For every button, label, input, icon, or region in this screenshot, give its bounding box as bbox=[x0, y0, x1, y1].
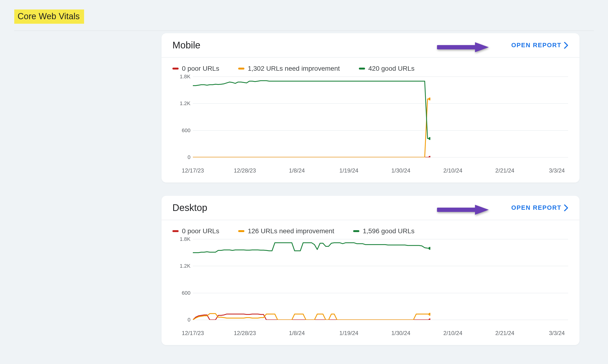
svg-point-8 bbox=[429, 313, 430, 316]
chart-legend: 0 poor URLs 1,302 URLs need improvement … bbox=[162, 58, 580, 74]
svg-point-9 bbox=[429, 247, 430, 250]
x-tick-label: 12/17/23 bbox=[182, 167, 204, 174]
y-tick-label: 600 bbox=[172, 290, 190, 296]
legend-item-poor[interactable]: 0 poor URLs bbox=[172, 227, 219, 235]
y-axis: 06001.2K1.8K bbox=[172, 77, 192, 162]
y-tick-label: 1.8K bbox=[172, 236, 190, 242]
x-tick-label: 12/17/23 bbox=[182, 330, 204, 337]
chart-legend: 0 poor URLs 126 URLs need improvement 1,… bbox=[162, 220, 580, 237]
legend-item-poor[interactable]: 0 poor URLs bbox=[172, 65, 219, 72]
x-tick-label: 2/10/24 bbox=[443, 330, 462, 337]
legend-label-good: 1,596 good URLs bbox=[363, 227, 414, 235]
legend-label-need: 1,302 URLs need improvement bbox=[248, 65, 340, 72]
x-tick-label: 2/21/24 bbox=[495, 167, 514, 174]
page-root: Core Web Vitals Mobile OPEN REPORT bbox=[0, 0, 608, 364]
x-tick-label: 1/30/24 bbox=[392, 330, 410, 337]
chevron-right-icon bbox=[564, 205, 568, 211]
y-tick-label: 1.2K bbox=[172, 263, 190, 269]
chart-series bbox=[193, 239, 430, 320]
open-report-label: OPEN REPORT bbox=[511, 204, 561, 211]
svg-point-2 bbox=[429, 156, 430, 157]
x-tick-label: 12/28/23 bbox=[234, 330, 256, 337]
legend-swatch-poor bbox=[172, 68, 179, 69]
x-tick-label: 2/21/24 bbox=[495, 330, 514, 337]
x-tick-label: 3/3/24 bbox=[549, 167, 565, 174]
chevron-right-icon bbox=[564, 42, 568, 49]
x-axis: 12/17/2312/28/231/8/241/19/241/30/242/10… bbox=[193, 164, 568, 174]
y-tick-label: 1.8K bbox=[172, 74, 190, 80]
legend-label-poor: 0 poor URLs bbox=[182, 65, 219, 72]
legend-item-good[interactable]: 1,596 good URLs bbox=[353, 227, 414, 235]
y-axis: 06001.2K1.8K bbox=[172, 239, 192, 325]
card-header: Desktop OPEN REPORT bbox=[162, 196, 580, 220]
chart-desktop: 06001.2K1.8K 12/17/2312/28/231/8/241/19/… bbox=[176, 239, 571, 337]
legend-swatch-need bbox=[238, 68, 244, 69]
y-tick-label: 600 bbox=[172, 127, 190, 134]
svg-point-4 bbox=[429, 137, 430, 140]
svg-point-3 bbox=[429, 98, 430, 100]
card-mobile: Mobile OPEN REPORT 0 poor URLs bbox=[162, 33, 580, 182]
legend-item-need[interactable]: 126 URLs need improvement bbox=[238, 227, 334, 235]
svg-point-7 bbox=[429, 318, 430, 320]
chart-mobile: 06001.2K1.8K 12/17/2312/28/231/8/241/19/… bbox=[176, 77, 571, 174]
title-row: Core Web Vitals bbox=[14, 10, 594, 31]
legend-swatch-good bbox=[359, 68, 365, 69]
x-tick-label: 1/8/24 bbox=[289, 330, 305, 337]
page-title: Core Web Vitals bbox=[14, 10, 84, 24]
legend-label-poor: 0 poor URLs bbox=[182, 227, 219, 235]
cards-container: Mobile OPEN REPORT 0 poor URLs bbox=[162, 33, 580, 345]
legend-swatch-good bbox=[353, 230, 359, 232]
legend-swatch-poor bbox=[172, 230, 179, 232]
y-tick-label: 0 bbox=[172, 317, 190, 323]
x-axis: 12/17/2312/28/231/8/241/19/241/30/242/10… bbox=[193, 327, 568, 337]
legend-item-need[interactable]: 1,302 URLs need improvement bbox=[238, 65, 340, 72]
x-tick-label: 12/28/23 bbox=[234, 167, 256, 174]
open-report-label: OPEN REPORT bbox=[511, 41, 561, 49]
legend-label-need: 126 URLs need improvement bbox=[248, 227, 334, 235]
y-tick-label: 0 bbox=[172, 154, 190, 160]
chart-series bbox=[193, 77, 430, 157]
x-tick-label: 1/19/24 bbox=[339, 167, 358, 174]
legend-swatch-need bbox=[238, 230, 244, 232]
x-tick-label: 2/10/24 bbox=[443, 167, 462, 174]
legend-item-good[interactable]: 420 good URLs bbox=[359, 65, 415, 72]
card-title-mobile: Mobile bbox=[172, 40, 201, 51]
card-title-desktop: Desktop bbox=[172, 202, 207, 213]
x-tick-label: 1/19/24 bbox=[339, 330, 358, 337]
card-desktop: Desktop OPEN REPORT 0 poor URLs bbox=[162, 196, 580, 345]
card-header: Mobile OPEN REPORT bbox=[162, 33, 580, 58]
x-tick-label: 1/8/24 bbox=[289, 167, 305, 174]
legend-label-good: 420 good URLs bbox=[368, 65, 415, 72]
x-tick-label: 3/3/24 bbox=[549, 330, 565, 337]
y-tick-label: 1.2K bbox=[172, 100, 190, 106]
x-tick-label: 1/30/24 bbox=[392, 167, 410, 174]
open-report-button[interactable]: OPEN REPORT bbox=[511, 41, 568, 49]
open-report-button[interactable]: OPEN REPORT bbox=[511, 204, 568, 211]
